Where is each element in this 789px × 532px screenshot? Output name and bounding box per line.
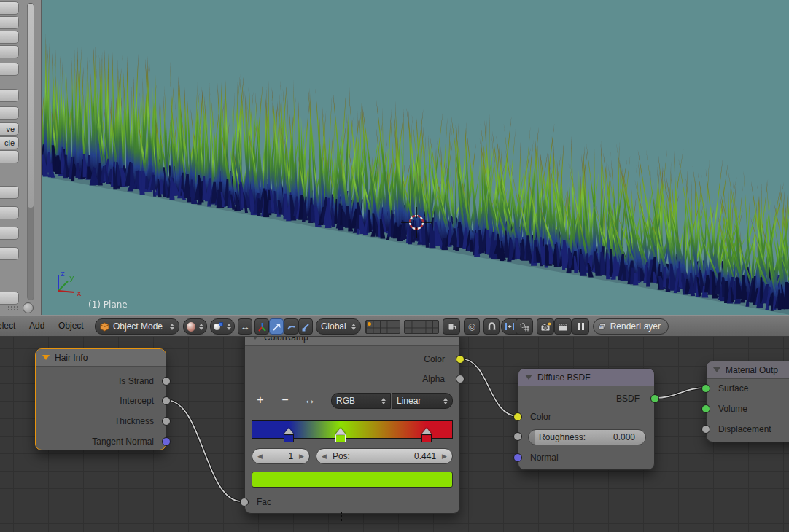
scale-manipulator-button[interactable]	[298, 318, 313, 335]
collapse-triangle-icon[interactable]	[252, 337, 259, 340]
translate-arrow-icon	[272, 322, 281, 332]
socket-color-out[interactable]	[456, 355, 465, 364]
collapse-triangle-icon[interactable]	[713, 367, 720, 372]
tool-button[interactable]	[0, 45, 19, 58]
pause-button[interactable]	[572, 318, 589, 335]
flip-ramp-button[interactable]: ↔	[300, 393, 319, 409]
viewport-render-canvas[interactable]	[42, 0, 789, 315]
toolshelf-scrollbar-thumb[interactable]	[28, 4, 34, 208]
tool-button[interactable]	[0, 63, 19, 76]
socket-alpha-out[interactable]	[456, 375, 465, 383]
socket-thickness[interactable]	[162, 417, 171, 426]
collapse-triangle-icon[interactable]	[525, 375, 532, 380]
color-stop-marker[interactable]	[335, 428, 346, 443]
socket-is-strand[interactable]	[162, 377, 171, 386]
toolshelf-scrollbar[interactable]	[27, 3, 34, 300]
tool-button[interactable]	[0, 16, 19, 29]
socket-normal-in[interactable]	[513, 453, 522, 462]
socket-roughness-in[interactable]	[513, 432, 522, 441]
color-ramp-stops	[252, 428, 453, 445]
roughness-slider[interactable]: Roughness: 0.000	[528, 429, 646, 445]
pivot-point-select[interactable]	[210, 318, 235, 335]
tool-button[interactable]	[0, 89, 19, 102]
snap-peel-button[interactable]	[516, 318, 533, 335]
socket-intercept[interactable]	[162, 396, 171, 405]
panel-knob[interactable]	[23, 302, 34, 313]
mode-select[interactable]: Object Mode	[95, 318, 179, 335]
3d-viewport[interactable]: ve cle	[0, 0, 789, 315]
tool-button[interactable]	[0, 227, 19, 240]
layers-grid-2[interactable]	[404, 320, 439, 334]
lock-button[interactable]	[443, 318, 460, 335]
tool-shelf[interactable]: ve cle	[0, 0, 42, 315]
renderlayer-select[interactable]: RenderLayer	[593, 318, 669, 335]
proportional-edit-button[interactable]: ◎	[464, 318, 480, 335]
node-editor[interactable]: Hair Info Is Strand Intercept Thickness …	[0, 337, 789, 532]
node-color-ramp[interactable]: ColorRamp Color Alpha + − ↔ RGB Linear ◀…	[244, 337, 460, 514]
collapse-triangle-icon[interactable]	[42, 355, 50, 360]
tool-button[interactable]	[0, 206, 19, 219]
viewport-shading-select[interactable]	[183, 318, 207, 335]
node-diffuse-bsdf[interactable]: Diffuse BSDF BSDF Color Roughness: 0.000…	[518, 368, 655, 470]
node-diffuse-header[interactable]: Diffuse BSDF	[518, 369, 654, 386]
stepper-right-icon[interactable]: ▶	[299, 453, 304, 460]
render-still-button[interactable]	[537, 318, 554, 335]
color-mode-select[interactable]: RGB	[331, 393, 391, 409]
snap-magnet-button[interactable]	[483, 318, 500, 335]
renderlayer-icon	[598, 321, 606, 332]
tool-button[interactable]	[0, 292, 19, 305]
socket-fac-in[interactable]	[240, 498, 249, 506]
node-material-output-header[interactable]: Material Outp	[707, 361, 789, 379]
tool-button[interactable]: cle	[0, 136, 19, 149]
pause-icon	[578, 323, 584, 330]
tool-button[interactable]	[0, 150, 19, 163]
socket-tangent-normal[interactable]	[162, 437, 171, 446]
tool-button[interactable]	[0, 247, 19, 260]
color-stop-marker[interactable]	[421, 428, 432, 443]
node-title: Diffuse BSDF	[537, 372, 590, 383]
tool-button[interactable]	[0, 106, 19, 120]
panel-resize-grip[interactable]	[7, 305, 19, 312]
node-color-ramp-header[interactable]: ColorRamp	[245, 337, 459, 346]
stepper-right-icon[interactable]: ▶	[442, 453, 447, 460]
node-hair-info[interactable]: Hair Info Is Strand Intercept Thickness …	[35, 348, 166, 450]
add-stop-button[interactable]: +	[251, 393, 270, 409]
tool-button[interactable]	[0, 186, 19, 199]
tool-button[interactable]	[0, 1, 19, 15]
color-stop-marker[interactable]	[283, 428, 295, 443]
updown-arrows-icon	[199, 324, 203, 330]
socket-volume-in[interactable]	[701, 404, 710, 413]
transform-orientation-select[interactable]: Global	[316, 318, 361, 335]
translate-manipulator-button[interactable]	[269, 318, 284, 335]
menu-add[interactable]: Add	[29, 321, 44, 331]
stop-position-stepper[interactable]: ◀ Pos: 0.441 ▶	[316, 448, 453, 464]
layers-grid-1[interactable]	[365, 320, 400, 334]
rotate-manipulator-button[interactable]	[284, 318, 298, 335]
tool-button[interactable]	[0, 31, 19, 44]
socket-surface-in[interactable]	[701, 384, 710, 393]
clapperboard-icon	[558, 322, 569, 332]
stop-index-value: 1	[263, 451, 299, 461]
menu-select[interactable]: elect	[0, 321, 15, 331]
socket-bsdf-out[interactable]	[650, 394, 659, 403]
menu-object[interactable]: Object	[58, 321, 84, 331]
render-animation-button[interactable]	[554, 318, 572, 335]
selected-stop-color-swatch[interactable]	[252, 472, 453, 488]
socket-displacement-in[interactable]	[701, 425, 710, 434]
stepper-left-icon[interactable]: ◀	[322, 453, 327, 460]
pos-label: Pos:	[327, 451, 350, 461]
socket-color-in[interactable]	[513, 412, 522, 421]
manipulator-axis-button[interactable]	[254, 318, 269, 335]
interpolation-select[interactable]: Linear	[392, 393, 453, 409]
manipulator-toggle-button[interactable]: ↔	[238, 318, 252, 335]
remove-stop-button[interactable]: −	[276, 393, 295, 409]
output-is-strand-label: Is Strand	[119, 375, 154, 387]
stop-index-stepper[interactable]: ◀ 1 ▶	[252, 448, 310, 464]
tool-button[interactable]: ve	[0, 122, 19, 136]
updown-arrows-icon	[170, 324, 174, 330]
node-hair-info-header[interactable]: Hair Info	[36, 349, 166, 367]
stepper-left-icon[interactable]: ◀	[257, 453, 263, 460]
node-material-output[interactable]: Material Outp Surface Volume Displacemen…	[706, 361, 789, 442]
grid-sphere-icon	[519, 322, 529, 332]
snap-element-icon	[505, 322, 515, 331]
